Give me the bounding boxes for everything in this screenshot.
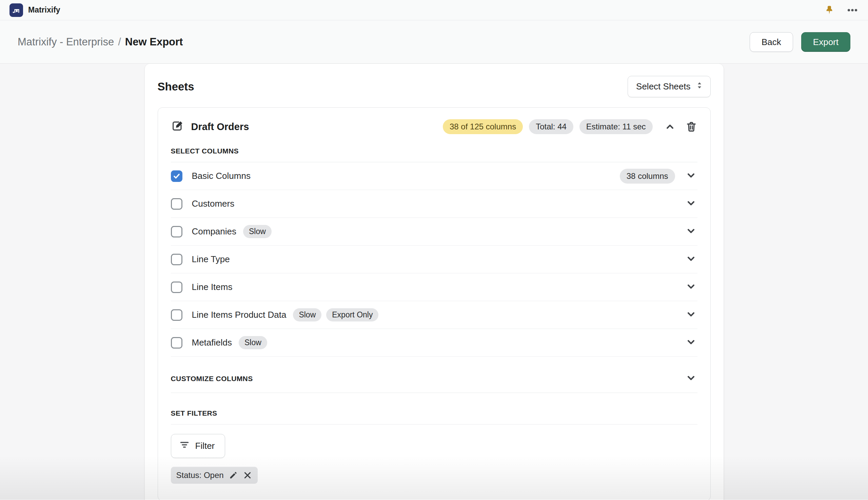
row-badge: Slow [243, 225, 271, 238]
column-group-row[interactable]: Basic Columns 38 columns [171, 162, 698, 190]
column-group-label: Metafields [192, 338, 232, 348]
chevron-down-icon[interactable] [685, 197, 698, 211]
column-group-label: Basic Columns [192, 171, 251, 181]
column-group-row[interactable]: Line Type [171, 246, 698, 273]
breadcrumb-separator: / [118, 36, 121, 48]
trash-icon[interactable] [685, 121, 698, 133]
column-group-checkbox[interactable] [171, 170, 182, 182]
column-group-badges: Slow [239, 336, 267, 349]
filter-button[interactable]: Filter [171, 434, 225, 458]
back-button[interactable]: Back [750, 32, 793, 52]
breadcrumb: Matrixify - Enterprise / New Export [18, 36, 183, 48]
column-group-badges: Slow [243, 225, 271, 238]
set-filters-heading: SET FILTERS [171, 409, 698, 424]
select-sheets-dropdown[interactable]: Select Sheets [627, 76, 710, 97]
content-area: Sheets Select Sheets Draft Orders [0, 64, 868, 500]
filter-button-label: Filter [195, 441, 215, 451]
column-group-label: Companies [192, 226, 237, 237]
column-group-row[interactable]: Line Items Product Data SlowExport Only [171, 301, 698, 329]
sheets-heading: Sheets [158, 80, 194, 93]
filter-tag-label: Status: Open [176, 470, 224, 480]
column-group-row[interactable]: Line Items [171, 273, 698, 301]
chevron-down-icon[interactable] [685, 169, 698, 183]
estimate-badge: Estimate: 11 sec [579, 119, 653, 134]
select-sheets-label: Select Sheets [636, 81, 690, 92]
column-group-label: Customers [192, 198, 235, 209]
total-badge: Total: 44 [529, 119, 574, 134]
column-rows: Basic Columns 38 columns Customers [171, 162, 698, 357]
check-icon [172, 172, 181, 181]
breadcrumb-root[interactable]: Matrixify - Enterprise [18, 36, 114, 48]
column-group-checkbox[interactable] [171, 198, 182, 210]
filter-icon [179, 440, 190, 452]
select-caret-icon [695, 81, 703, 92]
column-group-row[interactable]: Customers [171, 190, 698, 218]
pin-icon[interactable] [824, 5, 835, 15]
sheet-title: Draft Orders [191, 121, 249, 133]
column-group-checkbox[interactable] [171, 254, 182, 265]
page-title: New Export [125, 36, 183, 48]
chevron-down-icon[interactable] [685, 336, 698, 350]
chevron-up-icon[interactable] [664, 120, 677, 133]
filter-tag: Status: Open [171, 467, 258, 484]
column-group-row[interactable]: Metafields Slow [171, 329, 698, 357]
chevron-down-icon[interactable] [685, 225, 698, 239]
column-group-row[interactable]: Companies Slow [171, 218, 698, 246]
column-group-checkbox[interactable] [171, 337, 182, 349]
chevron-down-icon[interactable] [685, 280, 698, 294]
column-group-checkbox[interactable] [171, 282, 182, 293]
customize-columns-heading: CUSTOMIZE COLUMNS [171, 375, 253, 383]
sheets-card: Sheets Select Sheets Draft Orders [145, 64, 724, 500]
export-button[interactable]: Export [801, 32, 850, 52]
select-columns-heading: SELECT COLUMNS [171, 147, 698, 162]
row-badge: Slow [239, 336, 267, 349]
row-badge: Slow [293, 308, 321, 321]
chevron-down-icon [685, 372, 698, 386]
column-group-label: Line Items [192, 282, 233, 292]
matrixify-logo-icon [10, 3, 23, 17]
column-group-label: Line Items Product Data [192, 310, 287, 320]
page-header: Matrixify - Enterprise / New Export Back… [0, 20, 868, 64]
selected-columns-count-badge: 38 columns [620, 169, 675, 184]
more-menu-button[interactable] [846, 4, 858, 16]
edit-icon [171, 119, 185, 134]
draft-orders-sheet-card: Draft Orders 38 of 125 columns Total: 44… [158, 107, 711, 500]
column-group-checkbox[interactable] [171, 309, 182, 321]
chevron-down-icon[interactable] [685, 308, 698, 322]
row-badge: Export Only [326, 308, 378, 321]
column-group-badges: SlowExport Only [293, 308, 378, 321]
pencil-icon[interactable] [229, 471, 238, 480]
column-group-checkbox[interactable] [171, 226, 182, 238]
columns-count-badge: 38 of 125 columns [443, 119, 523, 134]
close-icon[interactable] [243, 470, 252, 480]
chevron-down-icon[interactable] [685, 252, 698, 266]
app-name: Matrixify [28, 5, 60, 14]
column-group-label: Line Type [192, 254, 230, 264]
topbar: Matrixify [0, 0, 868, 20]
customize-columns-row[interactable]: CUSTOMIZE COLUMNS [171, 372, 698, 393]
